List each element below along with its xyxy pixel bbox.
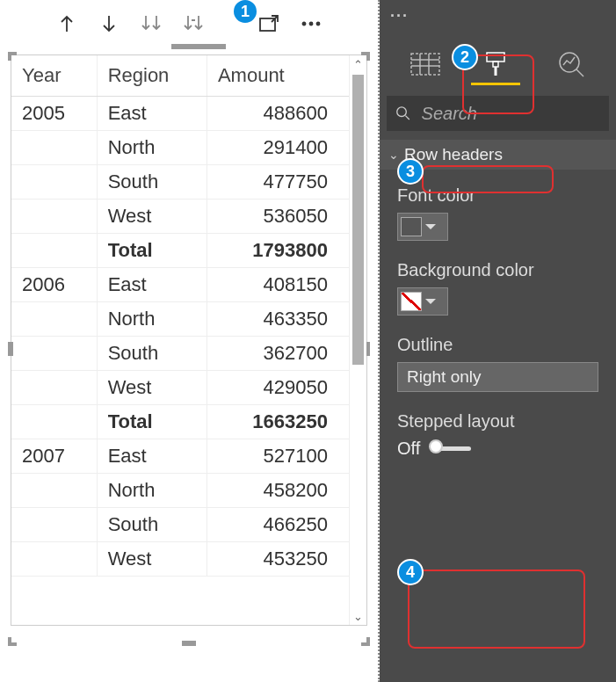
cell-year: [11, 131, 97, 165]
cell-year: [11, 200, 97, 234]
callout-4: 4: [397, 559, 424, 585]
scroll-thumb[interactable]: [352, 75, 364, 365]
resize-handle[interactable]: [361, 637, 370, 646]
cell-amount: 408150: [207, 268, 349, 302]
svg-rect-10: [493, 62, 498, 67]
table-total-row[interactable]: Total1663250: [11, 405, 349, 439]
svg-line-14: [405, 116, 409, 120]
cell-region: South: [97, 165, 207, 200]
svg-rect-9: [487, 53, 504, 62]
col-header-year[interactable]: Year: [11, 55, 97, 97]
col-header-amount[interactable]: Amount: [207, 55, 349, 97]
table-row[interactable]: North458200: [11, 474, 349, 508]
cell-region: North: [97, 474, 207, 508]
cell-region: North: [97, 302, 207, 337]
table-row[interactable]: 2005East488600: [11, 97, 349, 131]
cell-region: East: [97, 268, 207, 302]
matrix-table: Year Region Amount 2005East488600North29…: [11, 55, 349, 577]
cell-year: [11, 405, 97, 439]
table-row[interactable]: West453250: [11, 542, 349, 577]
cell-amount: 429050: [207, 371, 349, 405]
table-row[interactable]: South477750: [11, 165, 349, 200]
more-options-icon[interactable]: [298, 11, 324, 37]
label-bg-color: Background color: [397, 260, 598, 280]
tab-analytics[interactable]: [549, 45, 593, 83]
pane-more-icon[interactable]: ···: [380, 0, 616, 33]
table-row[interactable]: 2006East408150: [11, 268, 349, 302]
expand-all-icon[interactable]: [180, 11, 207, 37]
outline-dropdown[interactable]: Right only: [397, 362, 598, 392]
callout-3: 3: [397, 158, 424, 185]
label-stepped-layout: Stepped layout: [397, 411, 598, 432]
vertical-scrollbar[interactable]: ⌃ ⌄: [349, 55, 366, 625]
scroll-down-icon[interactable]: ⌄: [350, 607, 366, 625]
visual-toolbar: [0, 0, 378, 49]
cell-region: West: [97, 200, 207, 234]
cell-region: South: [97, 337, 207, 371]
chevron-down-icon: [425, 299, 436, 304]
cell-year: [11, 474, 97, 508]
expand-next-level-icon[interactable]: [138, 11, 164, 37]
cell-year: [11, 508, 97, 542]
cell-year: [11, 542, 97, 577]
cell-region: East: [97, 97, 207, 131]
font-color-picker[interactable]: [397, 213, 448, 241]
chevron-down-icon: ⌄: [388, 148, 399, 162]
matrix-visual[interactable]: Year Region Amount 2005East488600North29…: [11, 54, 367, 626]
toggle-state-label: Off: [397, 439, 420, 459]
cell-amount: 466250: [207, 508, 349, 542]
cell-total-amount: 1793800: [207, 234, 349, 268]
chevron-down-icon: [425, 224, 436, 229]
table-row[interactable]: 2007East527100: [11, 439, 349, 474]
tab-format[interactable]: [476, 45, 520, 83]
table-row[interactable]: North463350: [11, 302, 349, 337]
resize-handle[interactable]: [8, 637, 17, 646]
cell-year: [11, 337, 97, 371]
tab-fields[interactable]: [403, 45, 447, 83]
scroll-up-icon[interactable]: ⌃: [350, 55, 366, 73]
cell-year: [11, 371, 97, 405]
callout-2: 2: [452, 44, 478, 70]
svg-point-3: [317, 23, 320, 25]
cell-region: West: [97, 371, 207, 405]
resize-handle[interactable]: [8, 342, 13, 356]
bg-color-picker[interactable]: [397, 287, 448, 316]
cell-region: East: [97, 439, 207, 474]
cell-total-amount: 1663250: [207, 405, 349, 439]
table-row[interactable]: West536050: [11, 200, 349, 234]
col-header-region[interactable]: Region: [97, 55, 207, 97]
resize-handle[interactable]: [182, 641, 196, 646]
cell-amount: 362700: [207, 337, 349, 371]
visual-canvas: Year Region Amount 2005East488600North29…: [0, 0, 380, 682]
toolbar-handle[interactable]: [171, 44, 226, 49]
focus-mode-icon[interactable]: [256, 11, 282, 37]
stepped-layout-toggle[interactable]: [431, 446, 471, 451]
cell-region: South: [97, 508, 207, 542]
search-input[interactable]: [420, 103, 600, 125]
label-font-color: Font color: [397, 185, 598, 206]
search-box[interactable]: [387, 96, 609, 131]
color-swatch-none: [401, 292, 422, 311]
table-row[interactable]: West429050: [11, 371, 349, 405]
cell-year: [11, 165, 97, 200]
cell-region: North: [97, 131, 207, 165]
cell-year: [11, 302, 97, 337]
cell-amount: 291400: [207, 131, 349, 165]
table-row[interactable]: South362700: [11, 337, 349, 371]
table-row[interactable]: South466250: [11, 508, 349, 542]
cell-year: 2007: [11, 439, 97, 474]
table-row[interactable]: North291400: [11, 131, 349, 165]
toggle-knob: [429, 439, 443, 453]
cell-total-label: Total: [97, 405, 207, 439]
cell-total-label: Total: [97, 234, 207, 268]
pane-tabs: [380, 33, 616, 83]
label-outline: Outline: [397, 335, 598, 355]
drill-down-icon[interactable]: [96, 11, 122, 37]
svg-point-13: [397, 107, 407, 117]
cell-region: West: [97, 542, 207, 577]
svg-rect-4: [411, 54, 439, 75]
svg-point-2: [310, 23, 313, 25]
table-total-row[interactable]: Total1793800: [11, 234, 349, 268]
cell-amount: 463350: [207, 302, 349, 337]
drill-up-icon[interactable]: [54, 11, 80, 37]
